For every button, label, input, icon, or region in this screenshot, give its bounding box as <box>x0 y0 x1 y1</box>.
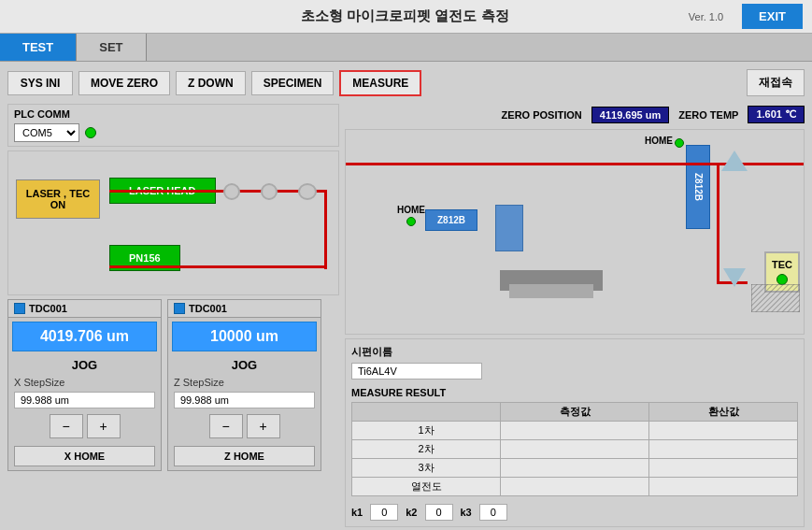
version-label: Ver. 1.0 <box>689 11 723 22</box>
row1-col2 <box>649 422 798 440</box>
row3-label: 3차 <box>352 459 501 478</box>
tdc-x-step-label: X StepSize <box>8 375 161 390</box>
home-label-left: HOME <box>397 205 425 215</box>
reconnect-button[interactable]: 재접속 <box>747 69 805 96</box>
tdc-z-minus-button[interactable]: − <box>209 414 243 438</box>
plc-label: PLC COMM <box>14 108 333 120</box>
row3-col1 <box>501 459 649 478</box>
prism-top-right <box>721 150 748 171</box>
col-measured: 측정값 <box>501 403 649 422</box>
tab-test[interactable]: TEST <box>0 34 77 61</box>
exit-button[interactable]: EXIT <box>742 4 803 29</box>
tdc-z-jog: JOG <box>168 355 321 375</box>
tdc-z-home-button[interactable]: Z HOME <box>174 446 315 466</box>
specimen-name-input[interactable] <box>351 363 482 380</box>
z812b-home-dot <box>675 138 684 148</box>
tab-set[interactable]: SET <box>77 34 146 61</box>
z-down-button[interactable]: Z DOWN <box>176 71 246 95</box>
row3-col2 <box>649 459 798 478</box>
tdc-z-step-label: Z StepSize <box>168 375 321 390</box>
tdc-z-btn-row: − + <box>168 410 321 442</box>
svg-rect-1 <box>751 284 800 312</box>
measure-button[interactable]: MEASURE <box>339 70 421 96</box>
k1-label: k1 <box>351 507 363 518</box>
row2-label: 2차 <box>352 440 501 459</box>
row4-label: 열전도 <box>352 478 501 496</box>
tdc-x-panel: TDC001 4019.706 um JOG X StepSize 99.988… <box>7 299 162 471</box>
connector-2 <box>261 183 278 200</box>
tdc-panels: TDC001 4019.706 um JOG X StepSize 99.988… <box>7 299 339 471</box>
row2-col1 <box>501 440 649 459</box>
home-label-z812b: HOME <box>645 136 673 146</box>
com-port-select[interactable]: COM5 <box>14 123 79 142</box>
zero-position-value: 4119.695 um <box>591 107 669 123</box>
hatch-pattern <box>751 284 800 312</box>
zero-position-label: ZERO POSITION <box>502 109 582 121</box>
connector-1 <box>223 183 240 200</box>
zero-temp-value: 1.601 ℃ <box>748 106 805 123</box>
plc-connected-led <box>85 127 96 138</box>
top-button-bar: SYS INI MOVE ZERO Z DOWN SPECIMEN MEASUR… <box>7 69 805 96</box>
zero-info-row: ZERO POSITION 4119.695 um ZERO TEMP 1.60… <box>345 104 805 125</box>
k-values-row: k1 0 k2 0 k3 0 <box>351 504 798 521</box>
connector-3 <box>298 183 317 200</box>
tdc-z-step-value: 99.988 um <box>174 392 315 408</box>
tdc-x-minus-button[interactable]: − <box>50 414 83 438</box>
k2-value: 0 <box>425 504 453 521</box>
table-row: 열전도 <box>352 478 798 496</box>
laser-tec-on-button[interactable]: LASER , TEC ON <box>16 179 100 219</box>
tdc-z-icon <box>174 303 185 314</box>
z812b-home-dot-wrapper <box>675 137 684 150</box>
measure-result-table: 측정값 환산값 1차 2차 <box>351 402 798 496</box>
row4-col2 <box>649 478 798 496</box>
content-area: PLC COMM COM5 LASER , TEC ON LASER HEAD <box>7 104 805 527</box>
tdc-z-panel: TDC001 10000 um JOG Z StepSize 99.988 um… <box>167 299 321 471</box>
title-bar: 초소형 마이크로피펫 열전도 측정 Ver. 1.0 EXIT <box>0 0 812 34</box>
tdc-x-plus-button[interactable]: + <box>87 414 121 438</box>
tdc-x-icon <box>14 303 25 314</box>
tdc-x-jog: JOG <box>8 355 161 375</box>
right-panel: ZERO POSITION 4119.695 um ZERO TEMP 1.60… <box>345 104 805 527</box>
tdc-z-plus-button[interactable]: + <box>247 414 280 438</box>
tdc-z-value: 10000 um <box>172 322 317 351</box>
k1-value: 0 <box>370 504 398 521</box>
tdc-z-label: TDC001 <box>189 303 227 314</box>
sys-ini-button[interactable]: SYS INI <box>7 71 73 95</box>
beam-v-right <box>717 163 719 284</box>
specimen-platform-base <box>509 284 593 298</box>
plc-section: PLC COMM COM5 <box>7 104 339 147</box>
tdc-x-home-button[interactable]: X HOME <box>14 446 155 466</box>
tdc-x-btn-row: − + <box>8 410 161 442</box>
z812b-mount <box>495 205 523 251</box>
bottom-right-row: 시편이름 MEASURE RESULT 측정값 환산값 <box>345 338 805 527</box>
zero-temp-label: ZERO TEMP <box>678 109 738 121</box>
tdc-x-label: TDC001 <box>29 303 67 314</box>
tdc-x-header: TDC001 <box>8 300 161 318</box>
app-title: 초소형 마이크로피펫 열전도 측정 <box>121 7 689 25</box>
z812b-tall-box: Z812B <box>686 145 710 229</box>
main-diagram: HOME Z812B HOME Z812B <box>345 129 805 335</box>
left-panel: PLC COMM COM5 LASER , TEC ON LASER HEAD <box>7 104 339 527</box>
main-content: SYS INI MOVE ZERO Z DOWN SPECIMEN MEASUR… <box>0 62 812 530</box>
k2-label: k2 <box>406 507 417 518</box>
specimen-button[interactable]: SPECIMEN <box>251 71 335 95</box>
tdc-z-header: TDC001 <box>168 300 321 318</box>
tdc-x-value: 4019.706 um <box>12 322 157 351</box>
specimen-panel: 시편이름 MEASURE RESULT 측정값 환산값 <box>345 338 805 527</box>
table-row: 1차 <box>352 422 798 440</box>
laser-diagram: LASER , TEC ON LASER HEAD PN156 <box>7 150 339 295</box>
specimen-name-label: 시편이름 <box>351 345 798 359</box>
row4-col1 <box>501 478 649 496</box>
k3-label: k3 <box>461 507 472 518</box>
move-zero-button[interactable]: MOVE ZERO <box>78 71 170 95</box>
measure-result-label: MEASURE RESULT <box>351 387 798 398</box>
prism-bottom-right <box>723 268 746 287</box>
tdc-x-step-value: 99.988 um <box>14 392 155 408</box>
laser-beam-h2 <box>109 265 324 268</box>
k3-value: 0 <box>479 504 507 521</box>
col-converted: 환산값 <box>649 403 798 422</box>
z812b-h-box: Z812B <box>425 209 477 231</box>
laser-beam-h <box>109 190 324 193</box>
col-row-header <box>352 403 501 422</box>
table-row: 2차 <box>352 440 798 459</box>
